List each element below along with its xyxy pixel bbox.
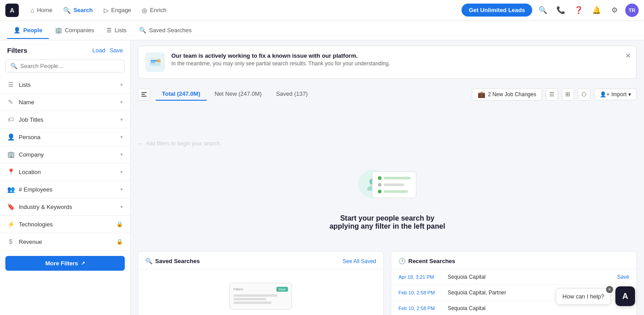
- empty-state: Start your people search by applying any…: [131, 147, 644, 251]
- chevron-down-icon: ▾: [120, 99, 123, 105]
- alert-illustration-icon: [149, 56, 161, 68]
- briefcase-icon: 💼: [478, 91, 485, 98]
- import-button[interactable]: 👤+ Import ▾: [594, 89, 637, 100]
- sidebar-header: Filters Load Save: [0, 40, 130, 58]
- tab-net-new[interactable]: Net New (247.0M): [208, 88, 268, 101]
- svg-rect-4: [141, 92, 147, 93]
- subnav-saved-searches[interactable]: 🔍 Saved Searches: [133, 22, 198, 39]
- industry-keywords-filter-icon: 🔖: [7, 203, 14, 210]
- filter-industry-keywords[interactable]: 🔖 Industry & Keywords ▾: [0, 198, 130, 216]
- employees-filter-icon: 👥: [7, 186, 14, 193]
- subnav-people[interactable]: 👤 People: [7, 22, 49, 39]
- filter-industry-keywords-label: Industry & Keywords: [19, 204, 72, 210]
- user-avatar[interactable]: TR: [625, 4, 639, 17]
- help-icon-button[interactable]: ❓: [572, 3, 586, 17]
- tab-total[interactable]: Total (247.0M): [156, 88, 207, 101]
- person-add-icon: 👤+: [600, 91, 610, 98]
- filter-employees[interactable]: 👥 # Employees ▾: [0, 181, 130, 198]
- alert-text: Our team is actively working to fix a kn…: [171, 52, 629, 67]
- job-titles-filter-icon: 🏷: [7, 116, 14, 123]
- saved-search-preview: Filters Save: [229, 283, 292, 310]
- filter-lists[interactable]: ☰ Lists ▾: [0, 76, 130, 94]
- top-nav: A ⌂ Home 🔍 Search ▷ Engage ◎ Enrich Get …: [0, 0, 644, 21]
- nav-engage[interactable]: ▷ Engage: [99, 4, 136, 17]
- svg-rect-6: [141, 96, 147, 97]
- filter-revenue[interactable]: $ Revenue 🔒: [0, 233, 130, 251]
- filter-technologies-label: Technologies: [19, 221, 53, 228]
- subnav-lists[interactable]: ☰ Lists: [100, 22, 133, 39]
- recent-save-0[interactable]: Save: [617, 274, 629, 280]
- nav-enrich[interactable]: ◎ Enrich: [137, 4, 171, 17]
- alert-close-button[interactable]: ✕: [625, 51, 631, 60]
- recent-query-2: Sequoia Capital: [448, 305, 629, 311]
- svg-rect-3: [157, 60, 161, 62]
- svg-rect-2: [151, 62, 155, 63]
- filter-company-label: Company: [19, 151, 44, 158]
- load-link[interactable]: Load: [92, 47, 105, 54]
- name-filter-icon: ✎: [7, 98, 14, 106]
- subnav-saved-searches-label: Saved Searches: [149, 27, 191, 34]
- filter-revenue-label: Revenue: [19, 238, 42, 245]
- search-people-field[interactable]: 🔍: [5, 60, 125, 72]
- see-all-saved-link[interactable]: See All Saved: [343, 258, 376, 264]
- recent-searches-clock-icon: 🕐: [398, 258, 406, 264]
- job-changes-button[interactable]: 💼 2 New Job Changes: [472, 88, 542, 101]
- get-unlimited-leads-button[interactable]: Get Unlimited Leads: [462, 4, 532, 17]
- chevron-down-icon: ▾: [120, 187, 123, 192]
- filter-technologies[interactable]: ⚡ Technologies 🔒: [0, 216, 130, 233]
- collapse-sidebar-button[interactable]: [138, 88, 150, 101]
- settings-icon-button[interactable]: ⚙: [607, 3, 622, 17]
- save-link[interactable]: Save: [110, 47, 123, 54]
- location-filter-icon: 📍: [7, 168, 14, 175]
- lists-icon: ☰: [106, 27, 112, 34]
- nav-home[interactable]: ⌂ Home: [26, 4, 57, 17]
- filter-location[interactable]: 📍 Location ▾: [0, 163, 130, 181]
- nav-items: ⌂ Home 🔍 Search ▷ Engage ◎ Enrich: [26, 4, 462, 17]
- filter-job-titles[interactable]: 🏷 Job Titles ▾: [0, 111, 130, 128]
- add-filters-hint: ← Add filters to begin your search.: [131, 104, 221, 147]
- alert-desc: In the meantime, you may only see partia…: [171, 60, 629, 67]
- more-filters-label: More Filters: [45, 260, 78, 267]
- sub-nav: 👤 People 🏢 Companies ☰ Lists 🔍 Saved Sea…: [0, 21, 644, 40]
- filter-company[interactable]: 🏢 Company ▾: [0, 146, 130, 163]
- bell-icon-button[interactable]: 🔔: [589, 3, 604, 17]
- more-filters-button[interactable]: More Filters ↗: [5, 256, 125, 271]
- svg-rect-1: [151, 60, 157, 61]
- recent-query-0: Sequoia Capital: [448, 274, 617, 280]
- arrow-left-icon: ←: [138, 140, 144, 147]
- subnav-people-label: People: [23, 27, 42, 34]
- search-icon: 🔍: [63, 7, 71, 14]
- subnav-companies[interactable]: 🏢 Companies: [49, 22, 101, 39]
- chat-avatar-button[interactable]: A: [615, 286, 635, 306]
- sidebar: Filters Load Save 🔍 ☰ Lists ▾ ✎ Name ▾: [0, 40, 131, 315]
- collapse-icon: [141, 91, 147, 98]
- nav-search[interactable]: 🔍 Search: [59, 4, 97, 17]
- search-nav-icon-button[interactable]: 🔍: [536, 3, 550, 17]
- saved-searches-header: 🔍 Saved Searches See All Saved: [138, 251, 383, 269]
- chat-close-button[interactable]: ✕: [606, 286, 613, 293]
- nav-engage-label: Engage: [111, 7, 131, 13]
- filter-persona[interactable]: 👤 Persona ▾: [0, 128, 130, 146]
- filter-job-titles-label: Job Titles: [19, 116, 43, 123]
- chevron-down-icon: ▾: [120, 134, 123, 140]
- external-link-icon: ↗: [81, 260, 85, 266]
- filter-name[interactable]: ✎ Name ▾: [0, 94, 130, 111]
- search-people-icon: 🔍: [10, 63, 17, 69]
- list-view-button[interactable]: ☰: [546, 88, 558, 101]
- empty-lines-card: [372, 171, 416, 198]
- main-content: Our team is actively working to fix a kn…: [131, 40, 644, 315]
- grid-view-button[interactable]: ⊞: [562, 88, 574, 101]
- chat-text-box: How can I help? ✕: [556, 288, 611, 305]
- search-people-input[interactable]: [20, 63, 120, 69]
- import-label: Import: [611, 91, 627, 98]
- saved-searches-title: 🔍 Saved Searches: [145, 258, 200, 264]
- svg-rect-5: [141, 94, 145, 95]
- nav-right: Get Unlimited Leads 🔍 📞 ❓ 🔔 ⚙ TR: [462, 3, 639, 17]
- export-view-button[interactable]: ⬡: [578, 88, 590, 101]
- people-icon: 👤: [13, 27, 21, 34]
- recent-search-item-0: Apr 18, 3:21 PM Sequoia Capital Save: [391, 269, 636, 285]
- phone-icon-button[interactable]: 📞: [554, 3, 568, 17]
- tab-saved[interactable]: Saved (137): [270, 88, 314, 101]
- logo[interactable]: A: [5, 4, 19, 17]
- subnav-lists-label: Lists: [114, 27, 127, 34]
